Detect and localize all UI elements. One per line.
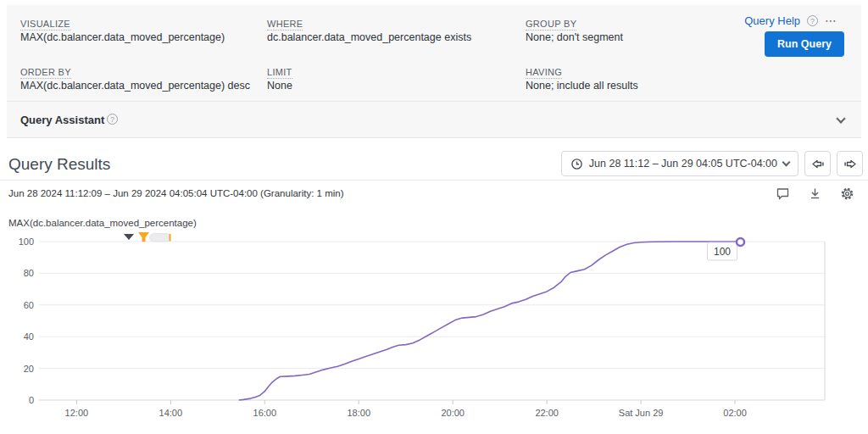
group-by-section[interactable]: GROUP BY	[526, 15, 576, 31]
where-label: WHERE	[267, 19, 303, 31]
group-by-label: GROUP BY	[526, 19, 576, 31]
having-value[interactable]: None; include all results	[526, 80, 638, 92]
x-tick-label: 14:00	[159, 408, 183, 418]
y-tick-label: 0	[29, 395, 34, 405]
time-range-detail: Jun 28 2024 11:12:09 – Jun 29 2024 04:05…	[8, 188, 344, 198]
query-builder-panel: VISUALIZE MAX(dc.balancer.data_moved_per…	[7, 5, 861, 138]
time-range-selector[interactable]: Jun 28 11:12 – Jun 29 04:05 UTC-04:00	[561, 151, 798, 176]
y-tick-label: 60	[24, 300, 34, 310]
x-tick-label: 18:00	[347, 408, 370, 418]
marker-pill	[150, 234, 171, 242]
query-help-link[interactable]: Query Help	[744, 14, 800, 27]
y-tick-label: 100	[19, 236, 34, 247]
y-tick-label: 40	[24, 331, 34, 342]
divider	[0, 180, 868, 181]
time-range-controls: Jun 28 11:12 – Jun 29 04:05 UTC-04:00	[561, 151, 863, 176]
marker-pill-end	[170, 234, 171, 242]
x-tick-label: 16:00	[253, 408, 277, 418]
order-by-section[interactable]: ORDER BY	[20, 64, 71, 79]
page-title: Query Results	[8, 155, 110, 174]
query-assistant-bar[interactable]: Query Assistant ?	[7, 101, 861, 138]
help-circle-icon[interactable]: ?	[807, 15, 818, 26]
arrow-left-icon	[811, 159, 825, 170]
limit-section[interactable]: LIMIT	[267, 64, 292, 79]
where-value[interactable]: dc.balancer.data_moved_percentage exists	[267, 31, 471, 43]
visualize-section[interactable]: VISUALIZE	[20, 15, 70, 31]
results-toolbar	[776, 186, 854, 201]
x-tick-label: 22:00	[535, 408, 559, 418]
next-time-window-button[interactable]	[837, 151, 863, 176]
trigger-funnel-icon	[138, 232, 149, 242]
line-end-marker	[737, 238, 744, 246]
group-by-value[interactable]: None; don't segment	[526, 31, 623, 43]
chart-line	[239, 242, 739, 400]
tooltip-value: 100	[714, 246, 731, 258]
more-options-icon[interactable]: ⋯	[825, 14, 837, 27]
having-label: HAVING	[526, 67, 562, 79]
clock-icon	[570, 158, 583, 170]
order-by-value[interactable]: MAX(dc.balancer.data_moved_percentage) d…	[20, 80, 250, 92]
y-tick-label: 80	[24, 268, 34, 278]
arrow-right-icon	[843, 159, 857, 170]
download-icon[interactable]	[808, 186, 822, 201]
results-chart[interactable]: 02040608010012:0014:0016:0018:0020:0022:…	[0, 231, 868, 434]
limit-label: LIMIT	[267, 67, 292, 79]
visualize-label: VISUALIZE	[20, 19, 70, 31]
assistant-help-icon[interactable]: ?	[107, 114, 118, 125]
query-assistant-label: Query Assistant	[20, 114, 104, 126]
time-range-text: Jun 28 11:12 – Jun 29 04:05 UTC-04:00	[589, 158, 777, 170]
comment-icon[interactable]	[776, 186, 790, 201]
y-tick-label: 20	[24, 364, 34, 374]
previous-time-window-button[interactable]	[804, 151, 831, 176]
chevron-down-icon[interactable]	[836, 114, 845, 123]
having-section[interactable]: HAVING	[526, 64, 562, 79]
run-query-button[interactable]: Run Query	[765, 31, 844, 57]
chart-title: MAX(dc.balancer.data_moved_percentage)	[8, 218, 197, 228]
x-tick-label: 12:00	[65, 408, 89, 418]
where-section[interactable]: WHERE	[267, 15, 303, 31]
chevron-down-icon	[782, 159, 791, 167]
marker-triangle-icon	[124, 234, 134, 240]
limit-value[interactable]: None	[267, 80, 292, 92]
x-tick-label: 02:00	[723, 408, 747, 418]
x-tick-label: 20:00	[441, 408, 465, 418]
gear-icon[interactable]	[840, 186, 854, 201]
order-by-label: ORDER BY	[20, 67, 71, 79]
x-tick-label: Sat Jun 29	[619, 408, 664, 418]
visualize-value[interactable]: MAX(dc.balancer.data_moved_percentage)	[20, 31, 225, 43]
